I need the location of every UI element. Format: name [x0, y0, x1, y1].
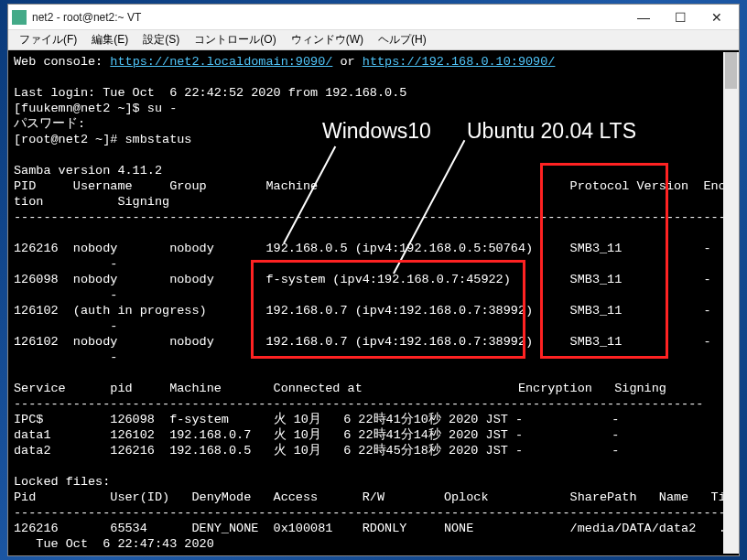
close-button[interactable]: ✕	[698, 5, 735, 30]
menu-window[interactable]: ウィンドウ(W)	[284, 30, 371, 49]
session-header: PID Username Group Machine Protocol Vers…	[14, 179, 739, 193]
app-icon	[12, 10, 27, 25]
separator: ----------------------------------------…	[14, 210, 739, 224]
service-row: IPC$ 126098 f-system 火 10月 6 22時41分10秒 2…	[14, 413, 619, 426]
titlebar[interactable]: net2 - root@net2:~ VT — ☐ ✕	[8, 5, 739, 30]
locked-header: Pid User(ID) DenyMode Access R/W Oplock …	[14, 490, 739, 504]
terminal-window: net2 - root@net2:~ VT — ☐ ✕ ファイル(F) 編集(E…	[7, 4, 740, 556]
separator: ----------------------------------------…	[14, 397, 703, 411]
locked-row: 126216 65534 DENY_NONE 0x100081 RDONLY N…	[14, 522, 726, 535]
session-row: 126102 nobody nobody 192.168.0.7 (ipv4:1…	[14, 335, 711, 349]
service-row: data2 126216 192.168.0.5 火 10月 6 22時45分1…	[14, 444, 619, 458]
menu-control[interactable]: コントロール(O)	[187, 30, 283, 49]
separator: ----------------------------------------…	[14, 506, 739, 520]
webconsole-link-1[interactable]: https://net2.localdomain:9090/	[110, 55, 332, 69]
maximize-button[interactable]: ☐	[662, 5, 698, 30]
session-row: 126098 nobody nobody f-system (ipv4:192.…	[14, 273, 711, 286]
webconsole-link-2[interactable]: https://192.168.0.10:9090/	[363, 55, 556, 69]
menu-help[interactable]: ヘルプ(H)	[371, 30, 434, 49]
session-row: 126216 nobody nobody 192.168.0.5 (ipv4:1…	[14, 242, 711, 255]
locked-files-label: Locked files:	[14, 475, 110, 489]
password-prompt: パスワード:	[14, 117, 85, 131]
terminal-output[interactable]: Web console: https://net2.localdomain:90…	[8, 50, 739, 555]
scrollbar-thumb[interactable]	[725, 52, 737, 89]
last-login: Last login: Tue Oct 6 22:42:52 2020 from…	[14, 86, 406, 100]
minimize-button[interactable]: —	[625, 5, 662, 30]
menubar: ファイル(F) 編集(E) 設定(S) コントロール(O) ウィンドウ(W) ヘ…	[8, 30, 739, 50]
service-row: data1 126102 192.168.0.7 火 10月 6 22時41分1…	[14, 428, 619, 442]
menu-file[interactable]: ファイル(F)	[12, 30, 84, 49]
webconsole-label: Web console:	[14, 55, 110, 69]
samba-version: Samba version 4.11.2	[14, 164, 162, 178]
menu-settings[interactable]: 設定(S)	[135, 30, 187, 49]
window-title: net2 - root@net2:~ VT	[32, 11, 625, 24]
service-header: Service pid Machine Connected at Encrypt…	[14, 382, 666, 395]
prompt-su: [fuukemn@net2 ~]$ su -	[14, 102, 177, 115]
session-row: 126102 (auth in progress) 192.168.0.7 (i…	[14, 304, 711, 318]
menu-edit[interactable]: 編集(E)	[84, 30, 135, 49]
vertical-scrollbar[interactable]	[723, 52, 739, 554]
prompt-smbstatus: [root@net2 ~]# smbstatus	[14, 133, 191, 146]
